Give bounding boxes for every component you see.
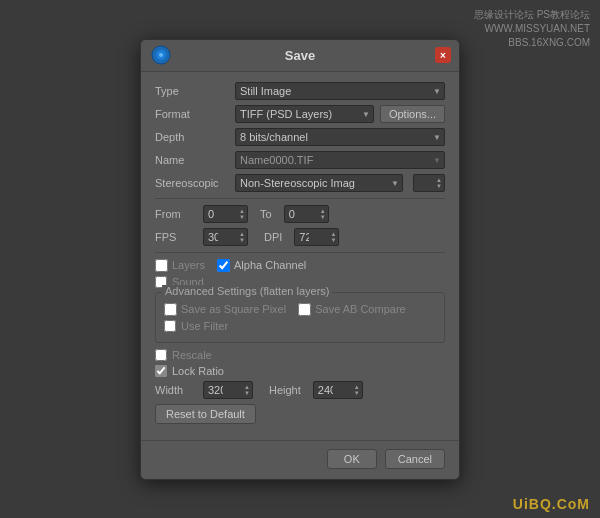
save-square-pixel-checkbox[interactable] <box>164 303 177 316</box>
dialog-title: Save <box>285 48 315 63</box>
fps-dpi-row: FPS ▲ ▼ DPI ▲ ▼ <box>155 228 445 246</box>
title-bar: Save × <box>141 40 459 72</box>
type-select[interactable]: Still Image <box>235 82 445 100</box>
depth-select-wrapper: 8 bits/channel <box>235 128 445 146</box>
save-ab-compare-checkbox[interactable] <box>298 303 311 316</box>
divider-2 <box>155 252 445 253</box>
save-dialog: Save × Type Still Image Format TIFF (PSD… <box>140 39 460 480</box>
width-height-row: Width ▲ ▼ Height ▲ ▼ <box>155 381 445 399</box>
app-icon <box>151 45 171 65</box>
type-row: Type Still Image <box>155 82 445 100</box>
alpha-checkbox-pair: Alpha Channel <box>217 259 306 272</box>
layers-checkbox-pair: Layers <box>155 259 205 272</box>
save-ab-compare-pair: Save AB Compare <box>298 303 406 316</box>
layers-alpha-row: Layers Alpha Channel <box>155 259 445 272</box>
lock-ratio-row: Lock Ratio <box>155 365 445 377</box>
from-spinbox: ▲ ▼ <box>203 205 248 223</box>
name-label: Name <box>155 154 235 166</box>
dialog-body: Type Still Image Format TIFF (PSD Layers… <box>141 72 459 440</box>
depth-select[interactable]: 8 bits/channel <box>235 128 445 146</box>
format-row: Format TIFF (PSD Layers) Options... <box>155 105 445 123</box>
type-select-wrapper: Still Image <box>235 82 445 100</box>
stereo-controls: Non-Stereoscopic Imag ▲ ▼ <box>235 174 445 192</box>
divider-1 <box>155 198 445 199</box>
stereoscopic-row: Stereoscopic Non-Stereoscopic Imag ▲ ▼ <box>155 174 445 192</box>
square-pixel-pair: Save as Square Pixel <box>164 303 286 316</box>
to-spin-down[interactable]: ▼ <box>319 214 327 220</box>
save-square-pixel-label: Save as Square Pixel <box>181 303 286 315</box>
stereoscopic-label: Stereoscopic <box>155 177 235 189</box>
to-spinbox: ▲ ▼ <box>284 205 329 223</box>
bottom-watermark: UiBQ.CoM <box>513 496 590 512</box>
rescale-label: Rescale <box>172 349 212 361</box>
width-spin-down[interactable]: ▼ <box>243 390 251 396</box>
close-button[interactable]: × <box>435 47 451 63</box>
rescale-checkbox[interactable] <box>155 349 167 361</box>
stereo-select[interactable]: Non-Stereoscopic Imag <box>235 174 403 192</box>
stereo-spinbox: ▲ ▼ <box>413 174 445 192</box>
dialog-footer: OK Cancel <box>141 440 459 479</box>
watermark: 思缘设计论坛 PS教程论坛 WWW.MISSYUAN.NET BBS.16XNG… <box>474 8 590 50</box>
name-select-wrapper: Name0000.TIF <box>235 151 445 169</box>
stereo-spin-down[interactable]: ▼ <box>435 183 443 189</box>
reset-to-default-button[interactable]: Reset to Default <box>155 404 256 424</box>
lock-ratio-label: Lock Ratio <box>172 365 224 377</box>
alpha-channel-label: Alpha Channel <box>234 259 306 271</box>
width-spinbox: ▲ ▼ <box>203 381 253 399</box>
depth-row: Depth 8 bits/channel <box>155 128 445 146</box>
lock-ratio-checkbox[interactable] <box>155 365 167 377</box>
ok-button[interactable]: OK <box>327 449 377 469</box>
svg-point-2 <box>159 53 163 57</box>
height-spin-down[interactable]: ▼ <box>353 390 361 396</box>
layers-label: Layers <box>172 259 205 271</box>
rescale-row: Rescale <box>155 349 445 361</box>
reset-row: Reset to Default <box>155 404 445 424</box>
fps-spinbox: ▲ ▼ <box>203 228 248 246</box>
use-filter-row: Use Filter <box>164 320 436 332</box>
height-label: Height <box>269 384 301 396</box>
name-row: Name Name0000.TIF <box>155 151 445 169</box>
dpi-spin-down[interactable]: ▼ <box>329 237 337 243</box>
square-pixel-row: Save as Square Pixel Save AB Compare <box>164 303 436 316</box>
layers-checkbox[interactable] <box>155 259 168 272</box>
advanced-settings-title: Advanced Settings (flatten layers) <box>162 285 332 297</box>
dpi-label: DPI <box>264 231 282 243</box>
advanced-settings-group: Advanced Settings (flatten layers) Save … <box>155 292 445 343</box>
width-label: Width <box>155 384 195 396</box>
dpi-spinbox: ▲ ▼ <box>294 228 339 246</box>
alpha-channel-checkbox[interactable] <box>217 259 230 272</box>
fps-label: FPS <box>155 231 195 243</box>
name-select[interactable]: Name0000.TIF <box>235 151 445 169</box>
advanced-settings-content: Save as Square Pixel Save AB Compare Use… <box>164 303 436 332</box>
format-label: Format <box>155 108 235 120</box>
depth-label: Depth <box>155 131 235 143</box>
format-select[interactable]: TIFF (PSD Layers) <box>235 105 374 123</box>
cancel-button[interactable]: Cancel <box>385 449 445 469</box>
type-label: Type <box>155 85 235 97</box>
to-label: To <box>260 208 272 220</box>
format-select-wrapper: TIFF (PSD Layers) <box>235 105 374 123</box>
use-filter-checkbox[interactable] <box>164 320 176 332</box>
from-to-row: From ▲ ▼ To ▲ ▼ <box>155 205 445 223</box>
save-ab-compare-label: Save AB Compare <box>315 303 406 315</box>
options-button[interactable]: Options... <box>380 105 445 123</box>
from-spin-down[interactable]: ▼ <box>238 214 246 220</box>
height-spinbox: ▲ ▼ <box>313 381 363 399</box>
from-label: From <box>155 208 195 220</box>
fps-spin-down[interactable]: ▼ <box>238 237 246 243</box>
use-filter-label: Use Filter <box>181 320 228 332</box>
stereo-select-wrapper: Non-Stereoscopic Imag <box>235 174 403 192</box>
